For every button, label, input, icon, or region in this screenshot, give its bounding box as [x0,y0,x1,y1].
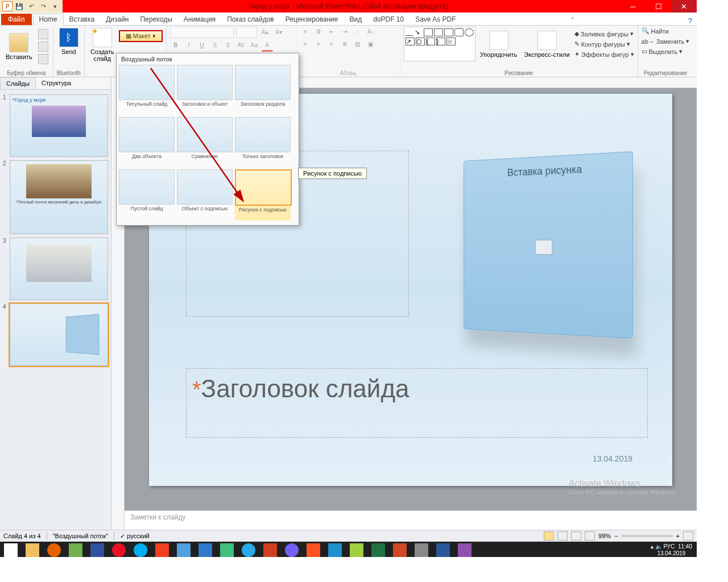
taskbar-app-icon[interactable] [346,542,367,557]
tab-slideshow[interactable]: Показ слайдов [221,14,280,25]
taskbar-word-icon[interactable] [432,542,454,557]
layout-item-selected[interactable]: Рисунок с подписью [235,169,291,221]
shape-effects-button[interactable]: ✦ Эффекты фигур ▾ [574,50,634,59]
shape-outline-button[interactable]: ✎ Контур фигуры ▾ [574,40,630,48]
taskbar-app-icon[interactable] [151,542,173,557]
zoom-out-icon[interactable]: − [614,533,618,539]
view-sorter-icon[interactable] [557,531,568,541]
numbering-icon[interactable]: ≣ [313,27,324,37]
minimize-ribbon-icon[interactable]: ˆ [566,16,578,25]
taskbar-app-icon[interactable] [454,542,475,557]
case-icon[interactable]: Aa [249,40,260,51]
minimize-button[interactable]: ─ [620,0,646,13]
font-color-icon[interactable]: A [262,40,273,52]
taskbar-firefox-icon[interactable] [43,542,65,557]
close-button[interactable]: ✕ [671,0,697,13]
taskbar-powerpoint-icon[interactable] [389,542,411,557]
indent-inc-icon[interactable]: ⇥ [339,27,350,37]
layout-item[interactable]: Заголовок раздела [235,65,291,115]
layout-item[interactable]: Пустой слайд [119,169,175,221]
bold-icon[interactable]: B [170,40,181,51]
tab-view[interactable]: Вид [344,14,367,25]
text-direction-icon[interactable]: A↓ [365,27,377,37]
taskbar-excel-icon[interactable] [367,542,389,557]
find-button[interactable]: 🔍 Найти [642,27,669,35]
zoom-in-icon[interactable]: + [676,533,680,539]
tab-insert[interactable]: Вставка [64,14,101,25]
new-slide-button[interactable]: ✦ Создать слайд [88,27,117,63]
status-language[interactable]: ✓ русский [120,533,150,540]
spacing-icon[interactable]: AV [235,40,247,51]
bullets-icon[interactable]: ≡ [300,27,311,37]
align-left-icon[interactable]: ≡ [300,39,311,49]
thumbnail-item[interactable]: 1*Город у моря [0,93,111,159]
taskbar-app-icon[interactable] [195,542,216,557]
thumbnails-list[interactable]: 1*Город у моря 2*Теплый почти весенний д… [0,90,111,371]
shrink-font-icon[interactable]: A▾ [273,27,284,38]
font-family-select[interactable] [170,27,234,38]
view-slideshow-icon[interactable] [585,531,595,541]
taskbar-app-icon[interactable] [303,542,324,557]
font-size-select[interactable] [236,27,257,38]
columns-icon[interactable]: ▥ [352,39,363,49]
send-button[interactable]: ᛒ Send [57,27,81,56]
title-placeholder[interactable]: *Заголовок слайда [186,368,648,438]
arrange-button[interactable]: Упорядочить [478,30,519,59]
paste-button[interactable]: Вставить [3,32,35,61]
align-right-icon[interactable]: ≡ [326,39,337,49]
thumbnail-item[interactable]: 3 [0,236,111,302]
zoom-value[interactable]: 99% [598,533,611,539]
format-painter-icon[interactable] [38,54,48,64]
layout-item[interactable]: Только заголовок [235,117,291,167]
zoom-slider[interactable] [622,535,673,537]
taskbar-telegram-icon[interactable] [238,542,259,557]
smartart-icon[interactable]: ▣ [365,39,377,49]
taskbar-app-icon[interactable] [411,542,432,557]
copy-icon[interactable] [38,41,48,52]
file-tab[interactable]: Файл [1,14,32,25]
thumbnail-item[interactable]: 2*Теплый почти весенний день в декабре [0,159,111,236]
layout-item[interactable]: Объект с подписью [177,169,233,221]
taskbar-app-icon[interactable] [324,542,346,557]
start-button[interactable] [0,542,22,557]
tab-outline[interactable]: Структура [36,77,77,89]
shapes-gallery[interactable]: ↘ ↗⬡{}☆ [404,27,475,61]
indent-dec-icon[interactable]: ⇤ [326,27,337,37]
notes-pane[interactable]: Заметки к слайду [125,510,697,530]
insert-picture-icon[interactable] [535,240,552,255]
quick-styles-button[interactable]: Экспресс-стили [522,30,572,59]
italic-icon[interactable]: I [183,40,195,51]
taskbar-app-icon[interactable] [86,542,108,557]
taskbar-opera-icon[interactable] [108,542,130,557]
layout-item[interactable]: Два объекта [119,117,175,167]
line-spacing-icon[interactable]: ↕ [352,27,363,37]
cut-icon[interactable] [38,29,48,39]
view-reading-icon[interactable] [571,531,581,541]
justify-icon[interactable]: ≣ [339,39,350,49]
taskbar-app-icon[interactable] [259,542,281,557]
align-center-icon[interactable]: ≡ [313,39,324,49]
layout-item[interactable]: Титульный слайд [119,65,175,115]
strike-icon[interactable]: S [209,40,221,51]
layout-button[interactable]: ▦ Макет ▾ [119,30,163,42]
taskbar-app-icon[interactable] [216,542,238,557]
taskbar-skype-icon[interactable] [130,542,151,557]
shape-fill-button[interactable]: ◆ Заливка фигуры ▾ [574,30,634,38]
tab-saveaspdf[interactable]: Save As PDF [410,14,461,25]
taskbar-app-icon[interactable] [65,542,86,557]
grow-font-icon[interactable]: A▴ [259,27,271,38]
tab-review[interactable]: Рецензирование [280,14,344,25]
taskbar-app-icon[interactable] [173,542,195,557]
fit-to-window-icon[interactable] [683,531,693,541]
system-tray[interactable]: ▴ 🔈 РУС 11:4013.04.2019 [646,543,697,557]
tab-home[interactable]: Home [33,13,64,26]
view-normal-icon[interactable] [544,531,554,541]
replace-button[interactable]: ab→ Заменить ▾ [642,37,690,45]
tab-animation[interactable]: Анимация [178,14,221,25]
tab-transitions[interactable]: Переходы [134,14,177,25]
underline-icon[interactable]: U [196,40,208,51]
select-button[interactable]: ▭ Выделить ▾ [642,47,683,56]
taskbar-explorer-icon[interactable] [22,542,43,557]
tab-design[interactable]: Дизайн [100,14,134,25]
maximize-button[interactable]: ☐ [646,0,671,13]
